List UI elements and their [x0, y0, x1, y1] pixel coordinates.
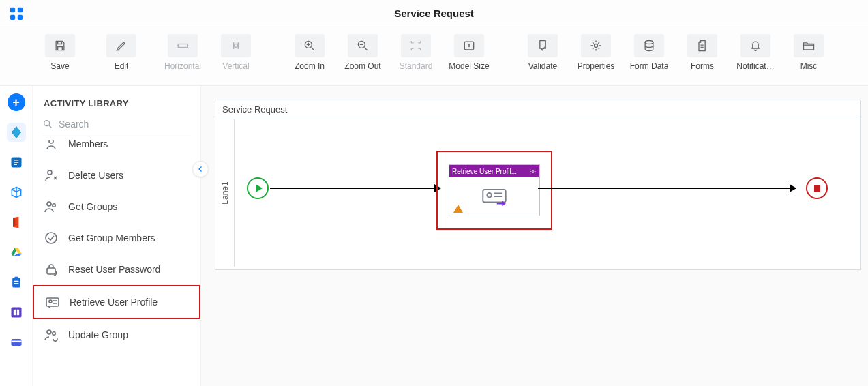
chevron-left-icon [196, 165, 205, 173]
search-input[interactable] [59, 119, 191, 130]
edit-icon [115, 39, 128, 53]
vertical-button[interactable]: Vertical [210, 34, 262, 71]
horizontal-button[interactable]: Horizontal [157, 34, 209, 71]
svg-rect-15 [11, 308, 21, 318]
zoom-in-button[interactable]: Zoom In [284, 34, 335, 71]
svg-rect-2 [10, 14, 15, 19]
lane-body[interactable]: Retrieve User Profil... [235, 119, 860, 267]
apps-menu-button[interactable] [0, 6, 33, 21]
svg-rect-17 [16, 310, 18, 315]
vertical-icon [229, 39, 243, 53]
standard-icon [409, 39, 423, 53]
activity-item-get-group-members[interactable]: Get Group Members [33, 222, 200, 254]
activity-node[interactable]: Retrieve User Profil... [449, 164, 540, 216]
form-data-button[interactable]: Form Data [623, 34, 675, 71]
gear-icon [589, 39, 603, 53]
svg-rect-3 [18, 14, 23, 19]
rail-item-1[interactable] [7, 123, 26, 142]
gear-icon[interactable] [529, 168, 537, 175]
flow-arrow [270, 188, 440, 189]
end-node[interactable] [806, 177, 828, 199]
svg-point-22 [47, 202, 51, 206]
rail-item-office[interactable] [7, 213, 26, 232]
search-field[interactable] [42, 117, 191, 136]
activity-item-delete-users[interactable]: Delete Users [33, 160, 200, 191]
activity-item-members[interactable]: Members [33, 140, 200, 160]
save-icon [53, 39, 67, 53]
profile-card-icon [481, 188, 507, 206]
user-icon [43, 140, 59, 152]
profile-card-icon [44, 294, 61, 310]
exchange-icon [10, 155, 23, 169]
lane-header[interactable]: Lane1 [215, 119, 235, 267]
activity-node-header: Retrieve User Profil... [449, 165, 539, 177]
activity-list: Members Delete Users Get Groups Get Grou… [33, 140, 200, 386]
activity-label: Delete Users [68, 170, 123, 181]
clipboard-icon [10, 276, 23, 289]
header-bar: Service Request [0, 0, 868, 27]
toolbar: Save Edit Horizontal Vertical Zoom In Zo… [0, 27, 868, 86]
play-icon [256, 184, 263, 192]
rail-item-clipboard[interactable] [7, 273, 26, 292]
edit-button[interactable]: Edit [87, 34, 155, 71]
rail-item-drive[interactable] [7, 243, 26, 262]
card-icon [10, 336, 23, 349]
activity-label: Get Group Members [68, 233, 155, 243]
folder-icon [802, 39, 815, 53]
rail-item-card[interactable] [7, 333, 26, 352]
validate-button[interactable]: Validate [517, 34, 569, 71]
zoom-in-icon [303, 39, 316, 53]
database-icon [642, 39, 656, 53]
activity-item-update-group[interactable]: Update Group [33, 319, 200, 351]
activity-item-retrieve-user-profile[interactable]: Retrieve User Profile [33, 285, 200, 319]
page-title: Service Request [33, 8, 835, 19]
collapse-panel-button[interactable] [192, 161, 209, 177]
diagram-title: Service Request [215, 100, 860, 119]
zoom-out-button[interactable]: Zoom Out [337, 34, 389, 71]
start-node[interactable] [247, 177, 269, 199]
cube-icon [10, 185, 23, 199]
svg-rect-14 [14, 277, 18, 279]
activity-item-reset-user-password[interactable]: Reset User Password [33, 254, 200, 285]
users-refresh-icon [43, 327, 59, 343]
svg-point-27 [49, 300, 52, 303]
properties-button[interactable]: Properties [570, 34, 622, 71]
stop-icon [814, 185, 820, 192]
activity-item-get-groups[interactable]: Get Groups [33, 191, 200, 222]
notifications-button[interactable]: Notificat… [730, 34, 781, 71]
rail-item-grid[interactable] [7, 303, 26, 322]
users-icon [43, 198, 59, 215]
activity-label: Get Groups [68, 201, 117, 212]
rail-item-exchange[interactable] [7, 153, 26, 172]
add-button[interactable]: + [7, 93, 26, 112]
svg-point-19 [44, 121, 50, 126]
rail-item-cube[interactable] [7, 183, 26, 202]
flow-arrow [538, 188, 796, 189]
svg-point-24 [46, 233, 57, 243]
svg-rect-4 [178, 44, 187, 48]
svg-rect-0 [10, 7, 15, 12]
forms-icon [695, 39, 709, 53]
svg-point-30 [532, 170, 534, 173]
svg-point-23 [53, 204, 55, 207]
svg-point-28 [47, 330, 51, 334]
bell-icon [749, 39, 762, 53]
check-circle-icon [43, 230, 59, 246]
standard-button[interactable]: Standard [390, 34, 442, 71]
validate-icon [536, 39, 550, 53]
forms-button[interactable]: Forms [676, 34, 728, 71]
diamond-icon [10, 125, 23, 139]
svg-point-29 [53, 332, 55, 335]
misc-button[interactable]: Misc [783, 34, 835, 71]
save-button[interactable]: Save [34, 34, 86, 71]
activity-label: Reset User Password [68, 264, 160, 276]
search-icon [42, 118, 53, 130]
activity-label: Update Group [68, 329, 128, 340]
canvas[interactable]: Service Request Lane1 Retrieve User Prof… [201, 86, 868, 386]
grid-icon [10, 306, 23, 319]
model-size-button[interactable]: Model Size [443, 34, 495, 71]
activity-node-title: Retrieve User Profil... [452, 168, 517, 175]
drive-icon [10, 246, 23, 259]
svg-point-21 [48, 170, 52, 175]
warning-icon [453, 205, 463, 213]
